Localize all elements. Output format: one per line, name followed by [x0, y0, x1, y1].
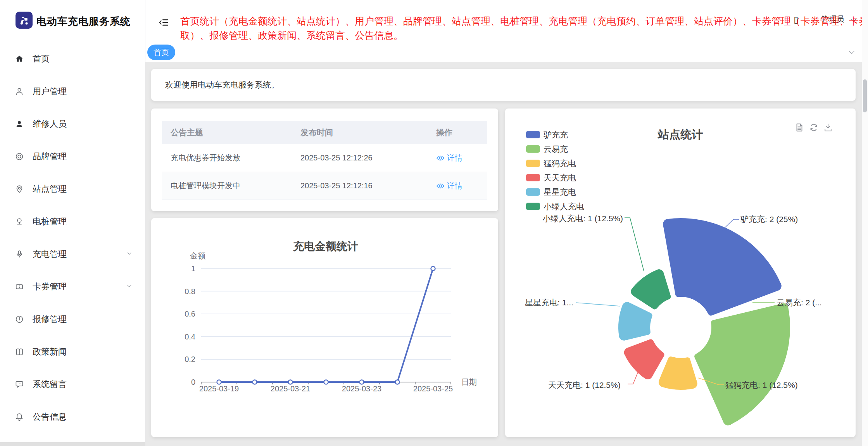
sidebar-item-maintenance-staff[interactable]: 维修人员: [0, 108, 145, 140]
scrollbar-thumb[interactable]: [863, 79, 867, 112]
announcement-card: 公告主题 发布时间 操作 充电优惠券开始发放 2025-03-25 12:12:…: [151, 108, 498, 211]
svg-text:2025-03-25: 2025-03-25: [413, 384, 453, 393]
pie-slice-驴充充[interactable]: [663, 218, 782, 316]
app-title: 电动车充电服务系统: [36, 15, 131, 28]
line-point-2025-03-23[interactable]: [360, 380, 364, 384]
sidebar-item-home[interactable]: 首页: [0, 43, 145, 75]
chevron-down-icon[interactable]: [850, 16, 858, 24]
svg-text:充电金额统计: 充电金额统计: [293, 240, 358, 252]
sidebar-item-label: 用户管理: [33, 86, 67, 97]
legend-item[interactable]: 星星充电: [526, 185, 584, 199]
legend-item[interactable]: 驴充充: [526, 127, 584, 142]
news-book-icon: [15, 347, 24, 356]
sidebar: 电动车充电服务系统 首页 用户管理 维修人员 品牌管理 站点管理 电桩管理 充电: [0, 0, 145, 446]
line-point-2025-03-19[interactable]: [217, 380, 221, 384]
sidebar-fold-icon[interactable]: [158, 17, 169, 28]
welcome-text: 欢迎使用电动车充电服务系统。: [165, 79, 279, 90]
sidebar-item-brands[interactable]: 品牌管理: [0, 140, 145, 173]
svg-text:0: 0: [191, 378, 195, 386]
chevron-down-icon: [126, 283, 132, 291]
sidebar-item-label: 品牌管理: [33, 151, 67, 162]
bell-icon: [15, 412, 24, 422]
charging-pile-icon: [15, 217, 24, 226]
eye-icon: [436, 182, 445, 190]
legend-item[interactable]: 云易充: [526, 142, 584, 156]
pie-slice-云易充[interactable]: [694, 303, 790, 426]
sidebar-item-charging-piles[interactable]: 电桩管理: [0, 205, 145, 238]
col-header-topic: 公告主题: [162, 127, 300, 138]
amount-line-chart-card: 充电金额统计金额日期00.20.40.60.812025-03-192025-0…: [151, 218, 498, 437]
sidebar-item-stations[interactable]: 站点管理: [0, 173, 145, 205]
legend-item[interactable]: 天天充电: [526, 170, 584, 185]
chart-toolbox: [794, 122, 833, 133]
user-icon: [15, 87, 24, 96]
legend-swatch: [526, 188, 540, 196]
legend-item[interactable]: 小绿人充电: [526, 199, 584, 214]
pie-slice-天天充电[interactable]: [624, 339, 665, 380]
line-point-2025-03-20[interactable]: [253, 380, 257, 384]
amount-line-chart: 充电金额统计金额日期00.20.40.60.812025-03-192025-0…: [151, 218, 498, 437]
svg-text:0.6: 0.6: [185, 310, 195, 318]
detail-link[interactable]: 详情: [436, 153, 462, 163]
svg-text:0.2: 0.2: [185, 355, 195, 363]
legend-swatch: [526, 160, 540, 167]
refresh-icon[interactable]: [809, 122, 819, 133]
sidebar-item-label: 充电管理: [33, 248, 67, 260]
user-name[interactable]: 管理员: [821, 14, 844, 24]
sidebar-item-charging-mgmt[interactable]: 充电管理: [0, 238, 145, 270]
brand-icon: [15, 152, 24, 161]
pie-slice-小绿人充电[interactable]: [630, 269, 671, 310]
tab-bar: 首页: [145, 42, 862, 62]
legend-swatch: [526, 131, 540, 138]
download-icon[interactable]: [823, 122, 833, 133]
warning-circle-icon: [15, 315, 24, 324]
sidebar-item-users[interactable]: 用户管理: [0, 75, 145, 108]
data-view-icon[interactable]: [794, 122, 804, 133]
sidebar-item-label: 系统留言: [33, 379, 67, 390]
sidebar-item-policy-news[interactable]: 政策新闻: [0, 336, 145, 368]
col-header-time: 发布时间: [300, 127, 436, 138]
pie-legend: 驴充充 云易充 猛犸充电 天天充电 星星充电 小绿人充电: [526, 127, 584, 214]
legend-swatch: [526, 145, 540, 153]
legend-swatch: [526, 174, 540, 181]
line-point-2025-03-21[interactable]: [288, 380, 293, 384]
sidebar-item-repairs[interactable]: 报修管理: [0, 303, 145, 336]
coupon-icon: [15, 282, 24, 291]
tab-home[interactable]: 首页: [147, 45, 175, 60]
svg-text:2025-03-23: 2025-03-23: [342, 384, 381, 393]
table-row: 电桩管理模块开发中 2025-03-25 12:12:16 详情: [162, 172, 487, 200]
pie-slice-猛犸充电[interactable]: [658, 356, 698, 390]
sidebar-item-announcements[interactable]: 公告信息: [0, 401, 145, 433]
sidebar-menu: 首页 用户管理 维修人员 品牌管理 站点管理 电桩管理 充电管理: [0, 43, 145, 433]
announcement-table: 公告主题 发布时间 操作 充电优惠券开始发放 2025-03-25 12:12:…: [162, 121, 487, 200]
line-point-2025-03-24[interactable]: [395, 380, 400, 384]
sidebar-item-coupons[interactable]: 卡券管理: [0, 270, 145, 303]
sidebar-item-label: 电桩管理: [33, 216, 67, 227]
svg-text:2025-03-21: 2025-03-21: [271, 384, 310, 393]
svg-text:金额: 金额: [190, 251, 205, 260]
pie-slice-星星充电[interactable]: [618, 301, 653, 341]
microphone-icon: [15, 250, 24, 259]
sidebar-item-label: 站点管理: [33, 183, 67, 195]
svg-text:2025-03-19: 2025-03-19: [199, 384, 239, 393]
svg-text:0.4: 0.4: [185, 332, 195, 341]
vertical-scrollbar[interactable]: [862, 0, 868, 446]
line-point-2025-03-25[interactable]: [431, 267, 435, 271]
pie-label: 天天充电: 1 (12.5%): [548, 380, 621, 391]
sidebar-item-label: 维修人员: [33, 118, 67, 130]
home-icon: [15, 54, 24, 64]
announcement-topic: 电桩管理模块开发中: [162, 181, 300, 191]
table-row: 充电优惠券开始发放 2025-03-25 12:12:26 详情: [162, 144, 487, 172]
sidebar-item-messages[interactable]: 系统留言: [0, 368, 145, 401]
sidebar-item-label: 公告信息: [33, 411, 67, 423]
svg-text:日期: 日期: [461, 378, 477, 386]
tabs-dropdown-chevron-icon[interactable]: [848, 48, 856, 56]
line-point-2025-03-22[interactable]: [324, 380, 328, 384]
sidebar-item-label: 报修管理: [33, 313, 67, 325]
sidebar-item-label: 政策新闻: [33, 346, 67, 358]
sidebar-item-label: 首页: [33, 53, 50, 65]
horizontal-scrollbar[interactable]: [0, 442, 145, 446]
detail-link[interactable]: 详情: [436, 181, 462, 191]
legend-item[interactable]: 猛犸充电: [526, 156, 584, 170]
pie-label: 星星充电: 1...: [525, 297, 573, 308]
